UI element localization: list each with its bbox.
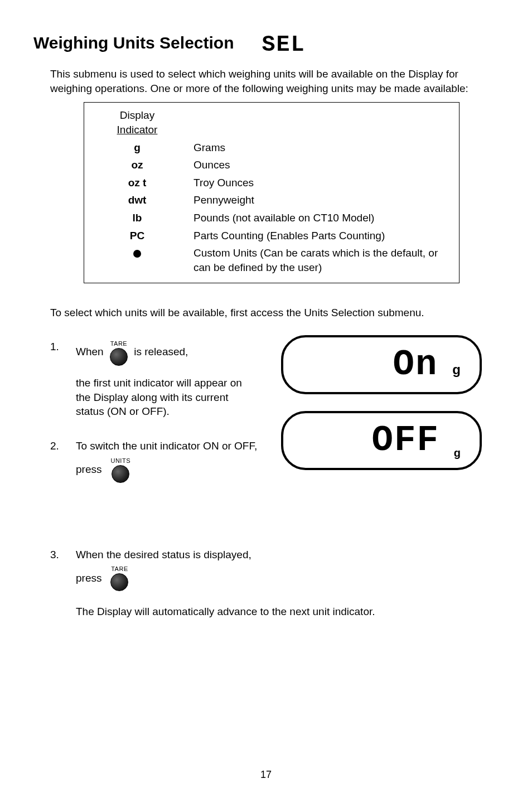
display-text: On g — [393, 341, 461, 389]
tare-button-inline: TARE — [110, 565, 128, 591]
press-label: press — [76, 571, 101, 586]
tare-button-icon — [110, 573, 128, 591]
step-body: To switch the unit indicator ON or OFF, … — [76, 439, 264, 482]
table-header-line2: Indicator — [117, 124, 158, 136]
press-label: press — [76, 462, 101, 477]
unit-desc: Pounds (not available on CT10 Model) — [194, 211, 450, 225]
unit-desc: Grams — [194, 141, 450, 155]
display-small: g — [452, 361, 461, 379]
unit-indicator: lb — [90, 211, 185, 225]
steps-twocol: 1. When TARE is released, the first unit… — [50, 340, 482, 502]
unit-indicator: oz — [90, 158, 185, 172]
display-off: OFF g — [281, 411, 482, 470]
step-text: When the desired status is displayed, — [76, 548, 482, 562]
table-header: Display Indicator — [90, 108, 185, 137]
step-body: When TARE is released, the first unit in… — [76, 340, 264, 419]
press-row: press UNITS — [76, 457, 264, 483]
display-big: OFF — [372, 417, 439, 465]
display-big: On — [393, 341, 438, 389]
units-button-inline: UNITS — [110, 457, 130, 483]
units-button-icon — [112, 465, 129, 483]
unit-desc: Custom Units (Can be carats which is the… — [194, 246, 450, 274]
step-subtext: The Display will automatically advance t… — [76, 604, 482, 619]
step-3: 3. When the desired status is displayed,… — [50, 548, 482, 619]
unit-desc: Pennyweight — [194, 193, 450, 207]
intro-paragraph: This submenu is used to select which wei… — [50, 67, 476, 95]
press-row: press TARE — [76, 565, 482, 591]
section-title: Weighing Units Selection — [33, 32, 234, 55]
tare-button-icon — [110, 348, 128, 366]
display-on: On g — [281, 335, 482, 394]
page-number: 17 — [0, 768, 532, 781]
unit-indicator-dot — [90, 246, 185, 274]
unit-desc: Troy Ounces — [194, 176, 450, 190]
display-text: OFF g — [372, 417, 461, 465]
step-1: 1. When TARE is released, the first unit… — [50, 340, 264, 419]
section-heading: Weighing Units Selection SEL — [33, 28, 493, 58]
table-header-line1: Display — [120, 109, 154, 121]
units-table: Display Indicator g Grams oz Ounces oz t… — [84, 102, 460, 283]
step-text: is released, — [134, 346, 188, 358]
display-small: g — [454, 446, 461, 461]
step-number: 2. — [50, 439, 65, 482]
unit-indicator: PC — [90, 229, 185, 243]
step-subtext: the first unit indicator will appear on … — [76, 376, 254, 419]
unit-indicator: g — [90, 141, 185, 155]
section-code: SEL — [262, 30, 305, 60]
step-text: When — [76, 346, 104, 358]
unit-indicator: oz t — [90, 176, 185, 190]
step-text: To switch the unit indicator ON or OFF, — [76, 439, 264, 453]
mid-paragraph: To select which units will be available,… — [50, 306, 476, 320]
tare-button-inline: TARE — [110, 340, 128, 366]
display-bubbles: On g OFF g — [281, 335, 482, 470]
dot-icon — [133, 250, 141, 258]
unit-indicator: dwt — [90, 193, 185, 207]
button-label: TARE — [111, 565, 128, 573]
step-body: When the desired status is displayed, pr… — [76, 548, 482, 619]
steps: 1. When TARE is released, the first unit… — [50, 340, 482, 618]
button-label: UNITS — [110, 457, 130, 465]
unit-desc: Ounces — [194, 158, 450, 172]
page: Weighing Units Selection SEL This submen… — [0, 0, 532, 798]
units-table-grid: Display Indicator g Grams oz Ounces oz t… — [90, 108, 450, 274]
step-2: 2. To switch the unit indicator ON or OF… — [50, 439, 264, 482]
steps-leftcol: 1. When TARE is released, the first unit… — [50, 340, 264, 502]
table-header-spacer — [194, 108, 450, 137]
step-number: 3. — [50, 548, 65, 619]
unit-desc: Parts Counting (Enables Parts Counting) — [194, 229, 450, 243]
step-number: 1. — [50, 340, 65, 419]
button-label: TARE — [110, 340, 128, 348]
